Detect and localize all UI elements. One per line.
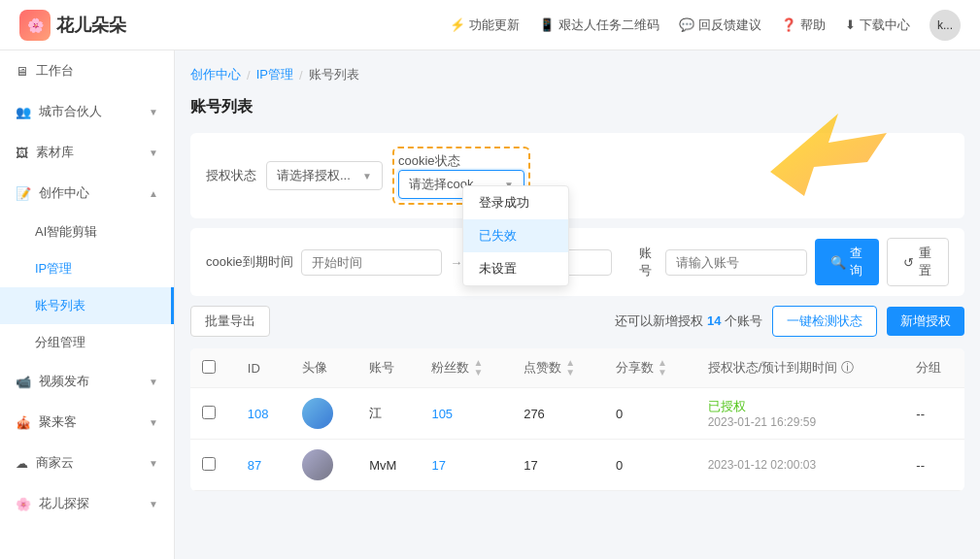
avatar (302, 398, 333, 429)
arrow-annotation (760, 104, 887, 214)
sort-likes-icon[interactable]: ▲▼ (565, 358, 575, 378)
query-button[interactable]: 🔍 查询 (815, 239, 879, 285)
account-filter-label: 账号 (639, 245, 658, 280)
topnav-qrcode[interactable]: 📱 艰达人任务二维码 (539, 16, 659, 34)
sidebar: 🖥 工作台 👥 城市合伙人 ▼ 🖼 素材库 ▼ � (0, 50, 175, 559)
download-icon: ⬇ (845, 17, 856, 32)
breadcrumb-ip-mgmt[interactable]: IP管理 (256, 66, 293, 83)
row-status: 已授权 2023-01-21 16:29:59 (696, 388, 905, 440)
row-group: -- (904, 440, 964, 491)
workspace-icon: 🖥 (16, 64, 28, 79)
cookie-status-dropdown: 登录成功 已失效 未设置 (462, 185, 569, 286)
gathering-icon: 🎪 (16, 415, 31, 430)
logo-icon: 🌸 (19, 10, 51, 41)
chevron-down-icon: ▼ (149, 148, 158, 158)
filter-row-2: cookie到期时间 → 账号 🔍 查询 ↺ 重置 (190, 228, 964, 296)
quota-num: 14 (707, 313, 721, 328)
sidebar-item-flower-explorer[interactable]: 🌸 花儿探探 ▼ (0, 483, 174, 524)
sidebar-item-creation[interactable]: 📝 创作中心 ▲ (0, 173, 174, 214)
sidebar-sub-item-ai-edit[interactable]: AI智能剪辑 (0, 214, 174, 250)
row-avatar (290, 388, 357, 440)
cookie-filter-wrap: cookie状态 请选择cook... ▼ 登录成功 已失效 未设置 (392, 147, 530, 205)
action-row: 批量导出 还可以新增授权 14 个账号 一键检测状态 新增授权 (190, 306, 964, 337)
breadcrumb-creation[interactable]: 创作中心 (190, 66, 241, 83)
chevron-down-icon: ▼ (149, 417, 158, 428)
reset-button[interactable]: ↺ 重置 (887, 238, 949, 286)
date-label: cookie到期时间 (206, 253, 293, 271)
sidebar-sub-item-group-mgmt[interactable]: 分组管理 (0, 324, 174, 361)
th-id: ID (236, 348, 290, 388)
main-area: 🖥 工作台 👥 城市合伙人 ▼ 🖼 素材库 ▼ � (0, 50, 980, 559)
table-header: ID 头像 账号 粉丝数 (190, 348, 964, 388)
topnav-download[interactable]: ⬇ 下载中心 (845, 16, 910, 34)
chevron-up-icon: ▲ (149, 188, 158, 199)
topnav-help[interactable]: ❓ 帮助 (781, 16, 826, 34)
svg-marker-0 (770, 114, 887, 196)
th-fans: 粉丝数 ▲▼ (420, 348, 512, 388)
topnav-feature-update[interactable]: ⚡ 功能更新 (450, 16, 520, 34)
status-badge: 已授权 (708, 398, 894, 415)
topnav-feedback[interactable]: 💬 回反馈建议 (679, 16, 761, 34)
row-likes: 276 (512, 388, 604, 440)
arrow-svg (760, 104, 887, 211)
quota-text: 还可以新增授权 14 个账号 (615, 312, 762, 330)
select-all-checkbox[interactable] (202, 360, 216, 374)
main-content: 创作中心 / IP管理 / 账号列表 账号列表 授权状态 请选择授权... ▼ … (175, 50, 980, 559)
video-publish-icon: 📹 (16, 375, 31, 389)
user-avatar[interactable]: k... (929, 10, 961, 41)
date-start-input[interactable] (301, 249, 443, 276)
row-shares: 0 (604, 388, 696, 440)
feature-icon: ⚡ (450, 17, 465, 32)
help-icon: ❓ (781, 17, 796, 32)
auth-status-select[interactable]: 请选择授权... ▼ (266, 161, 383, 190)
auth-status-label: 授权状态 (206, 167, 256, 184)
table-wrap: ID 头像 账号 粉丝数 (190, 348, 964, 491)
qrcode-icon: 📱 (539, 17, 555, 32)
dropdown-item-expired[interactable]: 已失效 (463, 219, 568, 252)
sidebar-sub-item-account-list[interactable]: 账号列表 (0, 287, 174, 324)
row-id: 87 (236, 440, 290, 491)
sidebar-item-gathering[interactable]: 🎪 聚来客 ▼ (0, 402, 174, 443)
filter-row-1: 授权状态 请选择授权... ▼ cookie状态 请选择cook... ▼ 登录… (190, 133, 964, 218)
avatar (302, 449, 333, 480)
th-status: 授权状态/预计到期时间 ⓘ (696, 348, 905, 388)
th-likes: 点赞数 ▲▼ (512, 348, 604, 388)
sidebar-item-city-partner[interactable]: 👥 城市合伙人 ▼ (0, 91, 174, 132)
sidebar-item-merchant-cloud[interactable]: ☁ 商家云 ▼ (0, 443, 174, 483)
th-group: 分组 (904, 348, 964, 388)
row-fans: 105 (420, 388, 512, 440)
row-checkbox (190, 388, 236, 440)
logo: 🌸 花儿朵朵 (19, 10, 126, 41)
feedback-icon: 💬 (679, 17, 694, 32)
chevron-down-icon: ▼ (149, 377, 158, 387)
flower-explorer-icon: 🌸 (16, 497, 31, 511)
th-shares: 分享数 ▲▼ (604, 348, 696, 388)
th-avatar: 头像 (290, 348, 357, 388)
dropdown-item-login-success[interactable]: 登录成功 (463, 186, 568, 219)
account-input[interactable] (665, 249, 807, 276)
sidebar-item-workspace[interactable]: 🖥 工作台 (0, 50, 174, 91)
row-avatar (290, 440, 357, 491)
status-expire-time: 2023-01-12 02:00:03 (708, 458, 894, 472)
top-nav: ⚡ 功能更新 📱 艰达人任务二维码 💬 回反馈建议 ❓ 帮助 ⬇ 下载中心 k.… (450, 10, 961, 41)
sidebar-item-material[interactable]: 🖼 素材库 ▼ (0, 132, 174, 173)
sort-shares-icon[interactable]: ▲▼ (658, 358, 667, 378)
sidebar-item-video-publish[interactable]: 📹 视频发布 ▼ (0, 361, 174, 402)
user-initial: k... (937, 18, 953, 32)
breadcrumb-current: 账号列表 (309, 66, 359, 83)
sort-fans-icon[interactable]: ▲▼ (473, 358, 483, 378)
table-row: 87 MvM 17 17 0 2023 (190, 440, 964, 491)
row-id: 108 (236, 388, 290, 440)
th-account: 账号 (357, 348, 420, 388)
row-select-checkbox[interactable] (202, 457, 216, 471)
merchant-cloud-icon: ☁ (16, 456, 28, 471)
batch-export-button[interactable]: 批量导出 (190, 306, 270, 337)
batch-status-button[interactable]: 一键检测状态 (772, 306, 877, 337)
account-table: ID 头像 账号 粉丝数 (190, 348, 964, 491)
add-auth-button[interactable]: 新增授权 (887, 307, 964, 336)
sidebar-sub-item-ip-mgmt[interactable]: IP管理 (0, 250, 174, 287)
creation-icon: 📝 (16, 186, 31, 201)
row-select-checkbox[interactable] (202, 406, 216, 419)
dropdown-item-not-set[interactable]: 未设置 (463, 252, 568, 285)
top-bar: 🌸 花儿朵朵 ⚡ 功能更新 📱 艰达人任务二维码 💬 回反馈建议 ❓ 帮助 ⬇ (0, 0, 980, 50)
